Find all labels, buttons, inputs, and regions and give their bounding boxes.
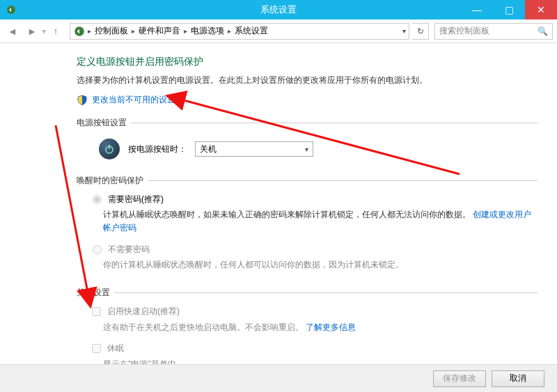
power-button-label: 按电源按钮时：	[128, 143, 187, 155]
page-description: 选择要为你的计算机设置的电源设置。在此页上对设置所做的更改将应用于你所有的电源计…	[77, 74, 538, 87]
save-button[interactable]: 保存修改	[433, 370, 486, 387]
learn-more-link[interactable]: 了解更多信息	[306, 322, 356, 332]
maximize-button[interactable]: ▢	[493, 0, 525, 19]
cancel-button[interactable]: 取消	[492, 370, 544, 387]
radio-input[interactable]	[93, 245, 102, 254]
radio-label: 不需要密码	[108, 244, 150, 256]
address-icon	[73, 25, 86, 38]
breadcrumb[interactable]: ▸ 控制面板 ▸ 硬件和声音 ▸ 电源选项 ▸ 系统设置 ▾	[70, 23, 409, 40]
main-content: 定义电源按钮并启用密码保护 选择要为你的计算机设置的电源设置。在此页上对设置所做…	[0, 43, 557, 392]
window-titlebar: 系统设置 — ▢ ✕	[0, 0, 557, 19]
radio-label: 需要密码(推荐)	[108, 194, 164, 205]
power-icon	[99, 139, 120, 159]
breadcrumb-item[interactable]: 系统设置	[233, 25, 269, 37]
power-button-action-select[interactable]: 关机 ▾	[195, 141, 313, 157]
minimize-button[interactable]: —	[461, 0, 493, 19]
search-placeholder: 搜索控制面板	[439, 25, 489, 37]
section-legend: 唤醒时的密码保护	[77, 175, 148, 187]
breadcrumb-item[interactable]: 电源选项	[189, 25, 226, 37]
shield-icon	[77, 95, 88, 106]
section-legend: 电源按钮设置	[77, 117, 131, 129]
search-icon: 🔍	[538, 26, 548, 36]
require-password-description: 计算机从睡眠状态唤醒时，如果未输入正确的密码来解除计算机锁定，任何人都无法访问你…	[77, 207, 538, 242]
power-button-section: 电源按钮设置 按电源按钮时： 关机 ▾	[77, 117, 538, 166]
refresh-button[interactable]: ↻	[412, 23, 429, 40]
breadcrumb-item[interactable]: 硬件和声音	[137, 25, 182, 37]
breadcrumb-item[interactable]: 控制面板	[93, 25, 130, 37]
page-heading: 定义电源按钮并启用密码保护	[77, 56, 538, 68]
back-button[interactable]: ◄	[4, 23, 21, 40]
chevron-right-icon: ▸	[183, 27, 188, 35]
toolbar: ◄ ► ▾ ↑ ▸ 控制面板 ▸ 硬件和声音 ▸ 电源选项 ▸ 系统设置 ▾ ↻…	[0, 19, 557, 43]
history-dropdown-icon[interactable]: ▾	[42, 26, 46, 36]
chevron-down-icon[interactable]: ▾	[402, 27, 406, 35]
chevron-right-icon: ▸	[227, 27, 232, 35]
wake-password-section: 唤醒时的密码保护 需要密码(推荐) 计算机从睡眠状态唤醒时，如果未输入正确的密码…	[77, 175, 538, 279]
search-input[interactable]: 搜索控制面板 🔍	[434, 23, 553, 40]
change-unavailable-settings-link[interactable]: 更改当前不可用的设置	[77, 94, 538, 106]
checkbox-input[interactable]	[92, 344, 101, 353]
fast-startup-description: 这有助于在关机之后更快地启动电脑。不会影响重启。 了解更多信息	[77, 320, 538, 341]
checkbox-label: 休眠	[107, 343, 124, 354]
forward-button[interactable]: ►	[24, 23, 40, 40]
fast-startup-checkbox[interactable]: 启用快速启动(推荐)	[77, 304, 538, 320]
chevron-down-icon: ▾	[305, 146, 308, 153]
hibernate-checkbox[interactable]: 休眠	[77, 341, 538, 356]
no-password-description: 你的计算机从睡眠状态唤醒时，任何人都可以访问你的数据，因为计算机未锁定。	[77, 257, 538, 279]
chevron-right-icon: ▸	[131, 27, 136, 35]
window-title: 系统设置	[260, 3, 297, 16]
app-icon	[6, 4, 17, 15]
checkbox-input[interactable]	[92, 307, 101, 316]
power-button-action-value: 关机	[200, 143, 217, 155]
change-unavailable-settings-label: 更改当前不可用的设置	[92, 94, 175, 106]
section-legend: 关机设置	[77, 287, 114, 299]
checkbox-label: 启用快速启动(推荐)	[107, 306, 180, 317]
radio-input[interactable]	[93, 195, 102, 204]
up-button[interactable]: ↑	[47, 23, 64, 40]
footer: 保存修改 取消	[0, 364, 557, 392]
chevron-right-icon: ▸	[87, 27, 92, 35]
no-password-radio[interactable]: 不需要密码	[77, 242, 538, 257]
require-password-radio[interactable]: 需要密码(推荐)	[77, 192, 538, 207]
close-button[interactable]: ✕	[525, 0, 557, 19]
